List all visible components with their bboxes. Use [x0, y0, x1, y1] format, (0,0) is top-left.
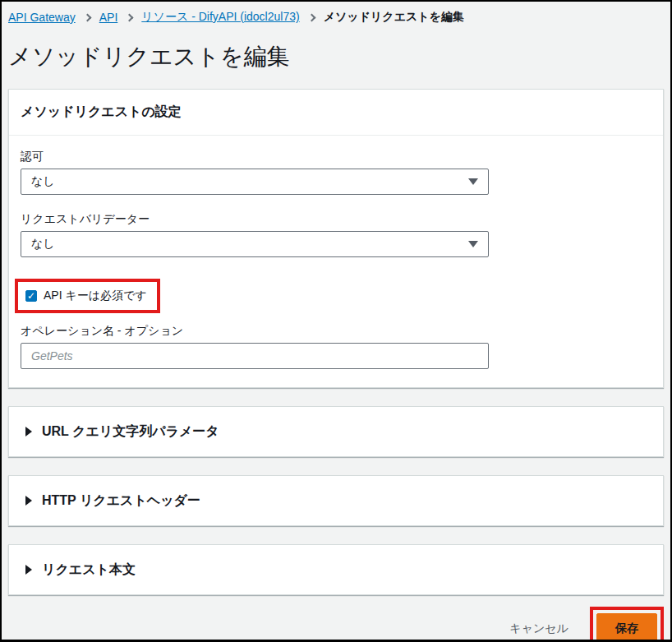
section-url-query-params[interactable]: URL クエリ文字列パラメータ	[8, 406, 664, 457]
settings-card-title: メソッドリクエストの設定	[9, 90, 663, 136]
method-request-settings-card: メソッドリクエストの設定 認可 なし リクエストバリデーター なし	[8, 89, 664, 388]
caret-right-icon	[25, 427, 32, 436]
annotation-highlight-save: 保存	[590, 607, 664, 642]
annotation-highlight-api-key: ✓ API キーは必須です	[15, 279, 160, 313]
page-content: API Gateway API リソース - DifyAPI (idocl2ul…	[2, 10, 670, 642]
breadcrumb-current: メソッドリクエストを編集	[324, 10, 464, 25]
caret-right-icon	[25, 496, 32, 506]
request-validator-field: リクエストバリデーター なし	[21, 211, 651, 257]
save-button[interactable]: 保存	[596, 613, 657, 642]
page-title: メソッドリクエストを編集	[8, 43, 664, 71]
caret-right-icon	[25, 565, 32, 575]
cancel-button[interactable]: キャンセル	[509, 621, 568, 636]
breadcrumb-link-api-gateway[interactable]: API Gateway	[8, 11, 76, 24]
api-key-required-row[interactable]: ✓ API キーは必須です	[25, 289, 147, 303]
authorization-select-value: なし	[31, 174, 55, 189]
operation-name-input[interactable]	[21, 343, 489, 369]
breadcrumb-link-api[interactable]: API	[99, 11, 118, 24]
request-validator-label: リクエストバリデーター	[21, 211, 651, 226]
caret-down-icon	[468, 178, 478, 185]
section-url-query-params-title: URL クエリ文字列パラメータ	[42, 423, 219, 441]
section-http-request-headers[interactable]: HTTP リクエストヘッダー	[8, 475, 664, 526]
authorization-field: 認可 なし	[21, 149, 651, 195]
chevron-right-icon	[83, 13, 91, 21]
api-key-required-label: API キーは必須です	[44, 289, 147, 303]
chevron-right-icon	[126, 13, 134, 21]
breadcrumb: API Gateway API リソース - DifyAPI (idocl2ul…	[8, 10, 664, 25]
api-key-required-checkbox[interactable]: ✓	[25, 290, 37, 302]
operation-name-field: オペレーション名 - オプション	[21, 323, 651, 369]
chevron-right-icon	[307, 13, 315, 21]
section-request-body[interactable]: リクエスト本文	[8, 544, 664, 595]
breadcrumb-link-resources[interactable]: リソース - DifyAPI (idocl2ul73)	[141, 10, 299, 25]
operation-name-label: オペレーション名 - オプション	[21, 323, 651, 338]
footer-actions: キャンセル 保存	[8, 607, 664, 642]
section-request-body-title: リクエスト本文	[42, 561, 136, 579]
authorization-select[interactable]: なし	[21, 169, 489, 195]
section-http-request-headers-title: HTTP リクエストヘッダー	[42, 492, 200, 510]
caret-down-icon	[468, 241, 478, 247]
request-validator-select-value: なし	[31, 237, 55, 252]
request-validator-select[interactable]: なし	[21, 231, 489, 257]
settings-card-body: 認可 なし リクエストバリデーター なし ✓ API キーは必	[9, 136, 663, 387]
authorization-label: 認可	[21, 149, 651, 164]
checkmark-icon: ✓	[27, 291, 35, 301]
